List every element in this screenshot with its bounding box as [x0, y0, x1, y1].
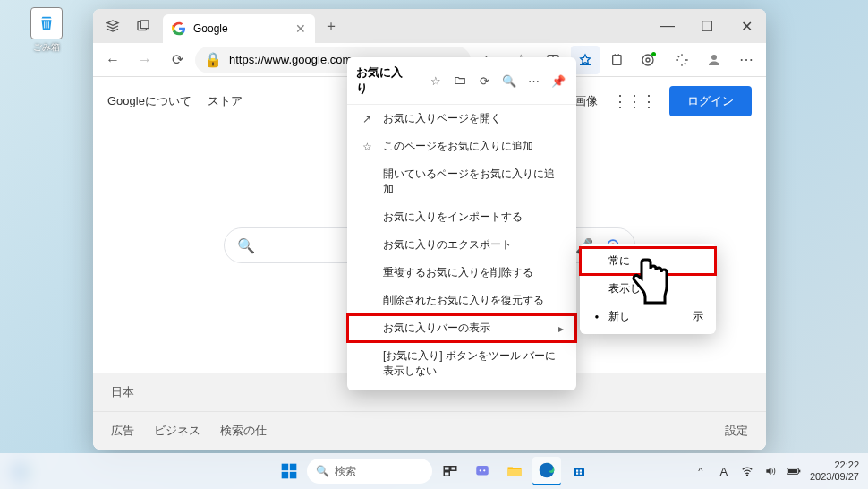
svg-rect-20	[451, 467, 456, 471]
svg-rect-5	[613, 55, 621, 64]
svg-rect-19	[444, 467, 449, 471]
menu-restore[interactable]: ·削除されたお気に入りを復元する	[347, 287, 576, 314]
task-view-icon[interactable]	[436, 457, 464, 485]
browser-tab[interactable]: Google ✕	[163, 14, 315, 43]
more-options-icon[interactable]: ⋯	[525, 72, 542, 90]
footer-business[interactable]: ビジネス	[154, 423, 200, 439]
svg-rect-21	[444, 472, 449, 476]
collections-icon[interactable]	[603, 46, 632, 74]
tray-chevron-icon[interactable]: ^	[694, 464, 708, 478]
lock-icon: 🔒	[204, 51, 222, 68]
favorites-title: お気に入り	[356, 64, 413, 97]
minimize-button[interactable]: ―	[648, 9, 687, 43]
svg-rect-27	[574, 468, 584, 476]
svg-rect-34	[799, 470, 800, 473]
menu-icon[interactable]: ⋯	[732, 46, 761, 74]
submenu-newtab[interactable]: ●新し示	[580, 303, 716, 330]
svg-rect-25	[508, 469, 522, 476]
svg-rect-18	[290, 472, 297, 479]
extensions-icon[interactable]	[635, 46, 664, 74]
svg-rect-35	[788, 469, 797, 473]
store-icon[interactable]	[565, 457, 593, 485]
svg-point-9	[642, 55, 653, 65]
svg-rect-16	[290, 464, 297, 471]
menu-import[interactable]: ·お気に入りをインポートする	[347, 203, 576, 231]
wifi-icon[interactable]	[740, 464, 754, 478]
chevron-right-icon: ▸	[558, 322, 564, 335]
footer-how[interactable]: 検索の仕	[220, 423, 267, 439]
close-window-button[interactable]: ✕	[727, 9, 766, 43]
menu-open-favorites[interactable]: ↗お気に入りページを開く	[347, 105, 576, 133]
taskbar-clock[interactable]: 22:22 2023/09/27	[810, 459, 859, 483]
explorer-icon[interactable]	[500, 457, 529, 485]
profile-icon[interactable]	[700, 46, 728, 74]
forward-button[interactable]: →	[131, 46, 159, 74]
battery-icon[interactable]	[787, 464, 801, 478]
desktop-recycle-bin[interactable]: ごみ箱	[25, 7, 68, 54]
add-favorite-icon[interactable]: ☆	[427, 72, 444, 90]
pin-icon[interactable]: 📌	[550, 72, 567, 90]
volume-icon[interactable]	[763, 464, 778, 478]
footer-settings[interactable]: 設定	[725, 423, 748, 439]
apps-grid-icon[interactable]: ⋮⋮⋮	[612, 91, 655, 111]
start-button[interactable]	[275, 457, 303, 485]
add-folder-icon[interactable]	[452, 72, 469, 90]
star-plus-icon: ☆	[360, 140, 374, 154]
taskbar-search[interactable]: 🔍検索	[307, 459, 432, 484]
refresh-button[interactable]: ⟳	[163, 46, 191, 74]
svg-point-23	[480, 469, 481, 471]
footer-country: 日本	[111, 384, 134, 400]
menu-hide-button[interactable]: ·[お気に入り] ボタンをツール バーに表示しない	[347, 342, 576, 385]
tab-title: Google	[193, 22, 228, 35]
svg-rect-28	[576, 470, 578, 472]
taskbar: 🔍検索 ^ A 22:22 2023/09/27	[0, 453, 868, 489]
svg-rect-30	[576, 473, 578, 475]
menu-add-open-pages[interactable]: ·開いているページをお気に入りに追加	[347, 160, 576, 203]
recycle-label: ごみ箱	[25, 41, 68, 54]
search-icon: 🔍	[316, 465, 329, 477]
svg-point-32	[746, 475, 747, 476]
chat-icon[interactable]	[468, 457, 497, 485]
performance-icon[interactable]	[668, 46, 696, 74]
svg-rect-17	[282, 472, 289, 479]
svg-rect-31	[580, 473, 582, 475]
recycle-icon	[30, 7, 63, 39]
google-favicon-icon	[172, 21, 186, 36]
submenu-always[interactable]: 常に	[580, 247, 716, 275]
google-store-link[interactable]: ストア	[208, 93, 243, 109]
maximize-button[interactable]: ☐	[687, 9, 727, 43]
google-about-link[interactable]: Googleについて	[107, 93, 191, 109]
svg-point-8	[646, 58, 650, 62]
menu-show-bar[interactable]: ·お気に入りバーの表示▸	[347, 314, 576, 342]
svg-rect-22	[476, 466, 489, 476]
ime-icon[interactable]: A	[717, 464, 731, 478]
google-images-link[interactable]: 画像	[574, 93, 598, 109]
footer-ads[interactable]: 広告	[111, 423, 134, 439]
favorites-panel: お気に入り ☆ ⟳ 🔍 ⋯ 📌 ↗お気に入りページを開く ☆このページをお気に入…	[347, 57, 576, 390]
login-button[interactable]: ログイン	[669, 86, 752, 116]
svg-point-10	[711, 55, 717, 60]
tab-close-icon[interactable]: ✕	[295, 21, 306, 36]
back-button[interactable]: ←	[98, 46, 127, 74]
edge-taskbar-icon[interactable]	[532, 457, 561, 485]
svg-rect-15	[282, 464, 289, 471]
titlebar: Google ✕ ＋ ― ☐ ✕	[93, 9, 766, 43]
menu-add-page[interactable]: ☆このページをお気に入りに追加	[347, 133, 576, 160]
svg-rect-29	[580, 470, 582, 472]
tab-actions-icon[interactable]	[131, 13, 156, 39]
menu-remove-dupes[interactable]: ·重複するお気に入りを削除する	[347, 259, 576, 287]
menu-export[interactable]: ·お気に入りのエクスポート	[347, 231, 576, 259]
svg-rect-1	[140, 21, 149, 29]
external-icon: ↗	[360, 112, 374, 126]
sync-icon[interactable]: ⟳	[476, 72, 493, 90]
svg-point-24	[483, 469, 485, 471]
search-favorites-icon[interactable]: 🔍	[501, 72, 518, 90]
show-bar-submenu: 常に 表示しな ●新し示	[580, 244, 716, 334]
search-icon: 🔍	[237, 237, 255, 254]
submenu-never[interactable]: 表示しな	[580, 275, 716, 303]
new-tab-button[interactable]: ＋	[319, 13, 344, 39]
workspaces-icon[interactable]	[100, 13, 125, 39]
favorites-header: お気に入り ☆ ⟳ 🔍 ⋯ 📌	[347, 57, 576, 105]
